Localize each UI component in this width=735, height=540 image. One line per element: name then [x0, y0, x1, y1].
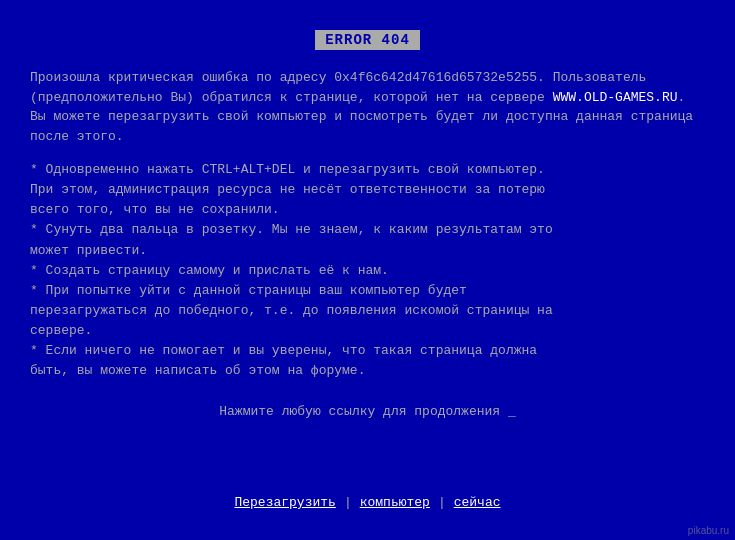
bullet-1: * Одновременно нажать CTRL+ALT+DEL и пер… — [30, 160, 705, 220]
bsod-screen: ERROR 404 Произошла критическая ошибка п… — [0, 0, 735, 540]
watermark: pikabu.ru — [688, 525, 729, 536]
reboot-link[interactable]: Перезагрузить — [234, 495, 335, 510]
links-section: Перезагрузить | компьютер | сейчас — [30, 495, 705, 520]
separator-1: | — [344, 495, 352, 510]
error-title: ERROR 404 — [315, 30, 420, 50]
url-text: WWW.OLD-GAMES.RU — [553, 90, 678, 105]
main-paragraph: Произошла критическая ошибка по адресу 0… — [30, 68, 705, 146]
bullet-4: * При попытке уйти с данной страницы ваш… — [30, 281, 705, 341]
bullet-3: * Создать страницу самому и прислать её … — [30, 261, 705, 281]
computer-link[interactable]: компьютер — [360, 495, 430, 510]
now-link[interactable]: сейчас — [454, 495, 501, 510]
main-text-content: Произошла критическая ошибка по адресу 0… — [30, 70, 693, 144]
bullet-2: * Сунуть два пальца в розетку. Мы не зна… — [30, 220, 705, 260]
separator-2: | — [438, 495, 446, 510]
bullet-5: * Если ничего не помогает и вы уверены, … — [30, 341, 705, 381]
bullet-section: * Одновременно нажать CTRL+ALT+DEL и пер… — [30, 160, 705, 382]
continue-text: Нажмите любую ссылку для продолжения _ — [30, 404, 705, 419]
error-title-container: ERROR 404 — [30, 30, 705, 50]
